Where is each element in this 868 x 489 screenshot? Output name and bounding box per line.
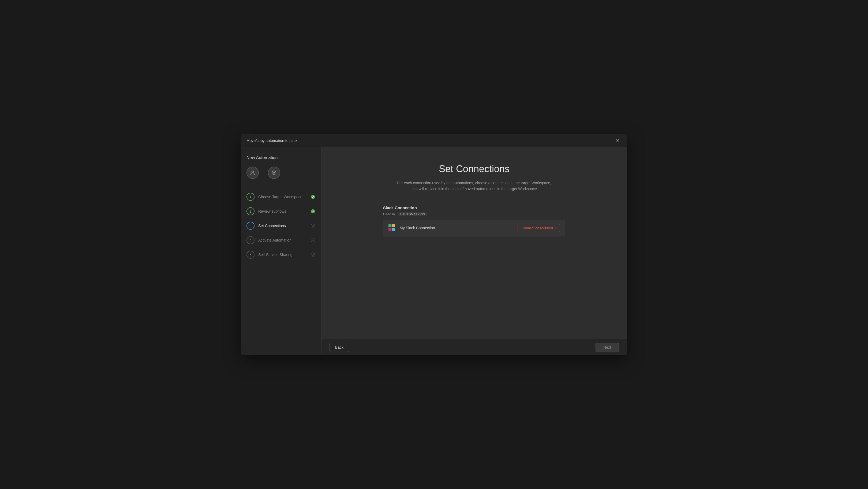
svg-rect-10 [389, 228, 392, 231]
steps-list: 1 Choose Target Workspace 2 Review subfl… [246, 190, 316, 262]
step-label-2: Review subflows [258, 209, 306, 214]
modal: Move/copy automation to pack × New Autom… [241, 134, 627, 355]
used-in-label: Used in [383, 212, 395, 216]
step-item-2: 2 Review subflows [246, 204, 316, 219]
connection-row: My Slack Connection Connection required … [383, 220, 565, 236]
svg-point-2 [273, 172, 275, 173]
automation-flow: → [246, 167, 316, 179]
content-area: Set Connections For each connection used… [321, 147, 627, 339]
svg-point-0 [252, 171, 253, 173]
svg-rect-11 [392, 228, 395, 231]
step-check-3 [310, 223, 316, 229]
description-line1: For each connection used by the automati… [397, 181, 551, 185]
step-check-1 [310, 194, 316, 200]
svg-rect-9 [392, 224, 395, 227]
step-check-4 [310, 237, 316, 243]
main-content: Set Connections For each connection used… [321, 147, 627, 355]
flow-icon-from [246, 167, 259, 179]
step-item-3: 3 Set Connections [246, 219, 316, 233]
back-button[interactable]: Back [330, 343, 349, 352]
sidebar-title: New Automation [246, 155, 316, 160]
step-label-3: Set Connections [258, 224, 306, 228]
next-button[interactable]: Next [595, 343, 619, 352]
slack-logo-icon [389, 224, 396, 232]
flow-arrow-icon: → [261, 171, 265, 175]
svg-point-4 [311, 209, 315, 214]
svg-point-7 [311, 253, 315, 257]
description-line2: that will replace it in the copied/moved… [411, 187, 537, 191]
step-label-4: Activate Automation [258, 238, 306, 242]
step-item-5: 5 Self-Service Sharing [246, 248, 316, 262]
automations-badge: 1 AUTOMATIONS [398, 212, 427, 217]
connection-name-label: Slack Connection [383, 205, 565, 210]
connection-connection-name: My Slack Connection [400, 226, 514, 230]
modal-footer: Back Next [321, 339, 627, 355]
connection-required-label: Connection required [522, 226, 553, 230]
modal-header: Move/copy automation to pack × [241, 134, 627, 147]
step-item-1: 1 Choose Target Workspace [246, 190, 316, 204]
page-title: Set Connections [343, 163, 606, 174]
step-number-2: 2 [246, 207, 254, 215]
step-label-1: Choose Target Workspace [258, 195, 306, 199]
flow-icon-to [268, 167, 280, 179]
step-number-1: 1 [246, 193, 254, 201]
connection-required-button[interactable]: Connection required ▾ [518, 224, 560, 232]
svg-rect-8 [389, 224, 392, 227]
modal-body: New Automation → [241, 147, 627, 355]
sidebar: New Automation → [241, 147, 321, 355]
step-check-2 [310, 208, 316, 214]
step-label-5: Self-Service Sharing [258, 253, 306, 257]
step-number-5: 5 [246, 251, 254, 259]
step-item-4: 4 Activate Automation [246, 233, 316, 248]
step-number-3: 3 [246, 222, 254, 230]
used-in-row: Used in 1 AUTOMATIONS [383, 212, 565, 217]
step-number-4: 4 [246, 236, 254, 244]
step-check-5 [310, 252, 316, 258]
modal-title: Move/copy automation to pack [246, 138, 298, 143]
connection-header: Slack Connection Used in 1 AUTOMATIONS [383, 205, 565, 217]
connection-section: Slack Connection Used in 1 AUTOMATIONS [383, 205, 565, 236]
svg-point-6 [311, 238, 315, 242]
chevron-down-icon: ▾ [555, 227, 556, 229]
close-button[interactable]: × [614, 137, 622, 144]
content-description: For each connection used by the automati… [394, 180, 555, 192]
svg-point-5 [311, 224, 315, 228]
svg-point-3 [311, 195, 315, 199]
